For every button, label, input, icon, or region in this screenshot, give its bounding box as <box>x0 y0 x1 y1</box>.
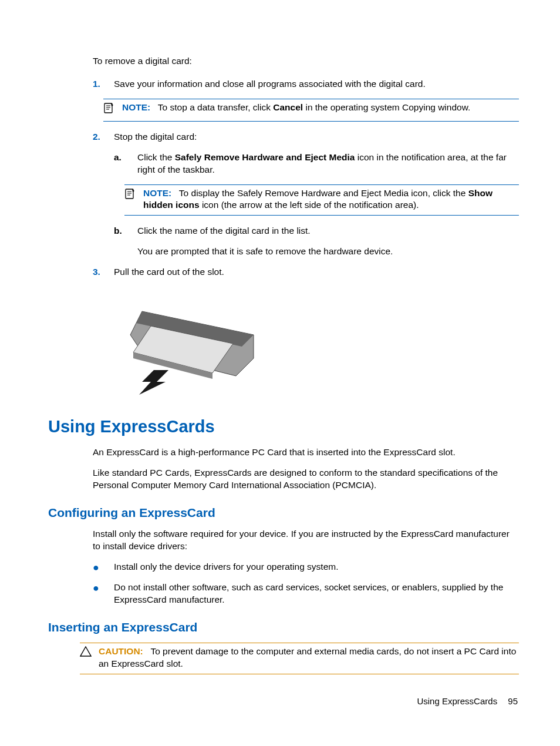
s2b-followup: You are prompted that it is safe to remo… <box>137 246 519 258</box>
heading-configuring: Configuring an ExpressCard <box>48 505 519 521</box>
s2b-text: Click the name of the digital card in th… <box>137 225 519 237</box>
heading-using-expresscards: Using ExpressCards <box>48 415 519 438</box>
caution-box: CAUTION: To prevent damage to the comput… <box>80 643 519 674</box>
paragraph: Install only the software required for y… <box>93 528 519 553</box>
substep-letter: a. <box>114 152 137 176</box>
bullet-text: Do not install other software, such as c… <box>114 582 519 606</box>
note-bold: Cancel <box>273 102 303 112</box>
step-body: Pull the card out of the slot. <box>114 266 519 278</box>
s2a-bold: Safely Remove Hardware and Eject Media <box>175 152 355 162</box>
note2-after: icon (the arrow at the left side of the … <box>200 200 419 210</box>
substep-body: Click the name of the digital card in th… <box>137 225 519 258</box>
note2-before: To display the Safely Remove Hardware an… <box>179 188 468 198</box>
page-number: 95 <box>508 696 518 706</box>
figure-card-eject <box>119 294 265 396</box>
caution-text: CAUTION: To prevent damage to the comput… <box>99 646 519 670</box>
caution-icon <box>80 646 99 670</box>
svg-marker-7 <box>80 647 91 656</box>
note-before: To stop a data transfer, click <box>158 102 273 112</box>
step-1: 1. Save your information and close all p… <box>93 78 519 90</box>
intro-text: To remove a digital card: <box>93 55 519 68</box>
step-body: Stop the digital card: <box>114 131 519 143</box>
step-number: 2. <box>93 131 114 143</box>
caution-body: To prevent damage to the computer and ex… <box>99 646 516 668</box>
s2a-before: Click the <box>137 152 175 162</box>
bullet-icon: ● <box>93 582 114 606</box>
svg-rect-0 <box>104 103 112 113</box>
note-label: NOTE: <box>122 102 150 112</box>
footer-title: Using ExpressCards <box>417 696 497 706</box>
document-page: To remove a digital card: 1. Save your i… <box>0 0 560 746</box>
step-number: 1. <box>93 78 114 90</box>
page-footer: Using ExpressCards 95 <box>417 695 518 707</box>
paragraph: An ExpressCard is a high-performance PC … <box>93 446 519 459</box>
heading-inserting: Inserting an ExpressCard <box>48 619 519 636</box>
bullet-2: ● Do not install other software, such as… <box>93 582 519 606</box>
note-icon <box>103 102 122 117</box>
bullet-icon: ● <box>93 561 114 573</box>
substep-body: Click the Safely Remove Hardware and Eje… <box>137 152 519 176</box>
note-box-2: NOTE: To display the Safely Remove Hardw… <box>124 184 519 216</box>
step-2a: a. Click the Safely Remove Hardware and … <box>114 152 519 176</box>
note-label: NOTE: <box>143 188 171 198</box>
paragraph: Like standard PC Cards, ExpressCards are… <box>93 467 519 492</box>
note-after: in the operating system Copying window. <box>303 102 470 112</box>
note-icon <box>124 187 143 212</box>
svg-marker-6 <box>139 370 168 395</box>
svg-rect-1 <box>126 189 133 199</box>
note-text: NOTE: To stop a data transfer, click Can… <box>122 102 519 117</box>
step-2: 2. Stop the digital card: <box>93 131 519 143</box>
note-box-1: NOTE: To stop a data transfer, click Can… <box>103 99 519 122</box>
step-body: Save your information and close all prog… <box>114 78 519 90</box>
step-3: 3. Pull the card out of the slot. <box>93 266 519 278</box>
bullet-text: Install only the device drivers for your… <box>114 561 519 573</box>
step-number: 3. <box>93 266 114 278</box>
note-text: NOTE: To display the Safely Remove Hardw… <box>143 187 519 212</box>
substep-letter: b. <box>114 225 137 258</box>
step-2b: b. Click the name of the digital card in… <box>114 225 519 258</box>
caution-label: CAUTION: <box>99 646 143 656</box>
bullet-1: ● Install only the device drivers for yo… <box>93 561 519 573</box>
